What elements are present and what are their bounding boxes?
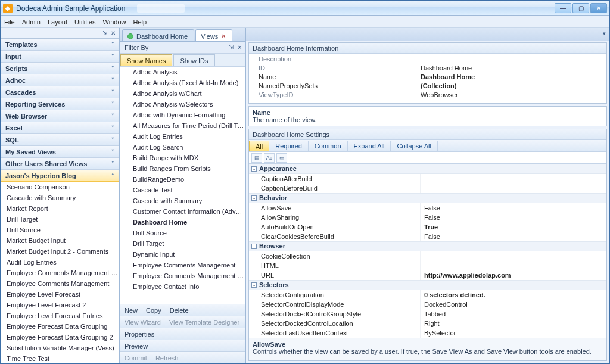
sidebar-item[interactable]: Employee Level Forecast [1,289,119,300]
view-list-item[interactable]: Dashboard Home [120,217,245,228]
property-row[interactable]: ClearCookiesBeforeBuildFalse [249,232,606,241]
property-row[interactable]: AutoBuildOnOpenTrue [249,222,606,232]
property-row[interactable]: CaptionBeforeBuild [249,183,606,193]
action-properties[interactable]: Properties [125,328,154,340]
view-list-item[interactable]: Cascade with Summary [120,195,245,206]
view-list-item[interactable]: Adhoc with Dynamic Formatting [120,110,245,120]
sidebar-category[interactable]: Templates˅ [1,39,119,51]
settings-tab-collapse-all[interactable]: Collapse All [391,141,437,151]
sidebar-item[interactable]: Employee Comments Management (Es... [1,267,119,278]
property-row[interactable]: SelectorDockedControlGroupStyleTabbed [249,309,606,319]
property-value[interactable]: DockedControl [421,300,468,309]
view-list-item[interactable]: Cascade Test [120,185,245,195]
property-value[interactable]: BySelector [421,328,456,338]
view-list-item[interactable]: Employee Comments Management [120,260,245,270]
sidebar-category[interactable]: Input˅ [1,51,119,63]
sidebar-item[interactable]: Scenario Comparison [1,182,119,192]
property-value[interactable] [421,261,424,270]
sidebar-category[interactable]: Scripts˅ [1,63,119,74]
settings-tab-required[interactable]: Required [269,141,309,151]
sidebar-category[interactable]: Web Browser˅ [1,110,119,122]
sidebar-item[interactable]: Substitution Variable Manager (Vess) [1,343,119,353]
sidebar-item[interactable]: Drill Target [1,214,119,225]
sort-icon[interactable]: A↓ [264,153,275,163]
property-value[interactable] [421,183,424,193]
property-row[interactable]: AllowSaveFalse [249,203,606,213]
settings-tab-all[interactable]: All [249,141,269,151]
view-list-item[interactable]: Employee Contact Info [120,281,245,292]
property-category[interactable]: -Browser [249,241,606,251]
menu-admin[interactable]: Admin [22,18,41,26]
menu-help[interactable]: Help [133,18,147,26]
sidebar-item[interactable]: Employee Level Forecast Entries [1,310,119,321]
menu-file[interactable]: File [4,18,15,26]
property-grid[interactable]: -AppearanceCaptionAfterBuildCaptionBefor… [249,164,606,338]
property-value[interactable]: Tabbed [421,309,446,319]
collapse-icon[interactable]: - [251,195,257,201]
property-value[interactable] [421,174,424,183]
categorize-icon[interactable]: ▤ [251,153,262,163]
collapse-icon[interactable]: - [251,166,257,172]
property-row[interactable]: SelectorDockedControlLocationRight [249,319,606,328]
collapse-icon[interactable]: - [251,282,257,288]
dropdown-icon[interactable]: ▾ [603,30,606,36]
sidebar-item[interactable]: Cascade with Summary [1,192,119,203]
property-row[interactable]: CookieCollection [249,251,606,261]
property-row[interactable]: CaptionAfterBuild [249,174,606,183]
action-copy[interactable]: Copy [146,304,161,316]
menu-layout[interactable]: Layout [48,18,67,26]
sidebar-category[interactable]: Other Users Shared Views˅ [1,158,119,170]
view-list-item[interactable]: Employee Comments Management (Es... [120,270,245,281]
menu-window[interactable]: Window [102,18,126,26]
property-value[interactable]: False [421,232,440,241]
sidebar-category[interactable]: SQL˅ [1,134,119,146]
sidebar-item[interactable]: Employee Forecast Data Grouping [1,321,119,332]
doc-tab[interactable]: Views✕ [195,29,232,41]
sidebar-category[interactable]: Reporting Services˅ [1,98,119,110]
action-new[interactable]: New [125,304,138,316]
property-row[interactable]: SelectorControlDisplayModeDockedControl [249,300,606,309]
property-value[interactable]: 0 selectors defined. [421,290,485,300]
settings-tab-expand-all[interactable]: Expand All [348,141,391,151]
property-row[interactable]: URLhttp://www.appliedolap.com [249,270,606,280]
property-row[interactable]: SelectorLastUsedItemContextBySelector [249,328,606,338]
doc-tab[interactable]: Dashboard Home [122,29,194,41]
show-ids-button[interactable]: Show IDs [173,54,214,66]
property-category[interactable]: -Behavior [249,193,606,203]
close-icon[interactable]: ✕ [221,33,226,39]
sidebar-category[interactable]: Excel˅ [1,122,119,134]
view-list-item[interactable]: Adhoc Analysis (Excel Add-In Mode) [120,77,245,88]
sidebar-category-selected[interactable]: Jason's Hyperion Blog ˄ [1,170,119,182]
sidebar-item[interactable]: Market Budget Input [1,235,119,246]
views-list[interactable]: Adhoc AnalysisAdhoc Analysis (Excel Add-… [120,67,245,304]
page-icon[interactable]: ▭ [276,153,287,163]
view-list-item[interactable]: Build Ranges From Scripts [120,163,245,174]
close-icon[interactable]: ✕ [111,30,116,36]
maximize-button[interactable]: ▢ [572,3,589,13]
property-row[interactable]: HTML [249,261,606,270]
view-list-item[interactable]: Customer Contact Information (Advent... [120,206,245,217]
property-value[interactable] [421,251,424,261]
minimize-button[interactable]: — [555,3,571,13]
sidebar-category[interactable]: Adhoc˅ [1,74,119,86]
property-value[interactable]: False [421,203,440,213]
property-value[interactable]: False [421,213,440,222]
sidebar-category[interactable]: Cascades˅ [1,86,119,98]
sidebar-item[interactable]: Time Tree Test [1,353,119,363]
pin-icon[interactable]: ⇲ [102,30,107,36]
sidebar-category[interactable]: My Saved Views˅ [1,146,119,158]
action-delete[interactable]: Delete [170,304,189,316]
collapse-icon[interactable]: - [251,244,257,249]
sidebar-item[interactable]: Market Report [1,203,119,214]
sidebar-item[interactable]: Market Budget Input 2 - Comments [1,246,119,257]
view-list-item[interactable]: Adhoc Analysis w/Selectors [120,99,245,110]
sidebar-item[interactable]: Audit Log Entries [1,257,119,267]
view-list-item[interactable]: All Measures for Time Period (Drill Targ… [120,120,245,131]
close-icon[interactable]: ✕ [237,42,242,54]
sidebar-item[interactable]: Employee Level Forecast 2 [1,300,119,310]
view-list-item[interactable]: Build Range with MDX [120,153,245,163]
view-list-item[interactable]: Drill Target [120,238,245,249]
view-list-item[interactable]: BuildRangeDemo [120,174,245,185]
view-list-item[interactable]: Dynamic Input [120,249,245,260]
view-list-item[interactable]: Audit Log Search [120,142,245,153]
